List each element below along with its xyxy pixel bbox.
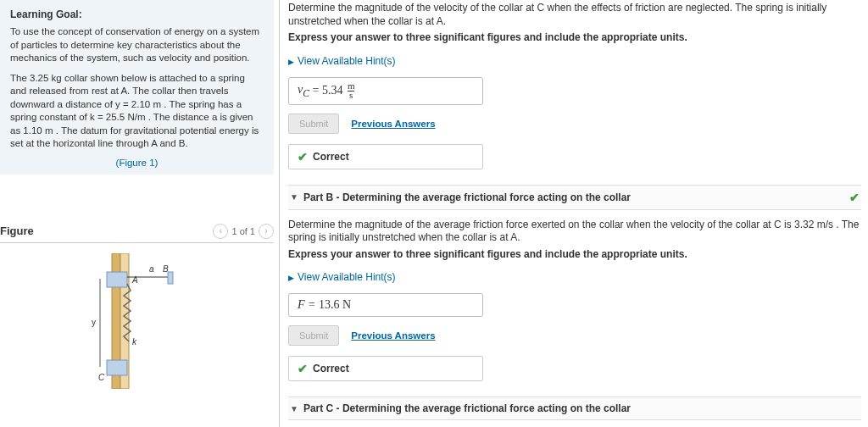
part-a-unit: ms [348, 82, 355, 100]
svg-rect-5 [107, 360, 127, 375]
part-a-value: 5.34 [322, 83, 343, 96]
right-column: Determine the magnitude of the velocity … [280, 0, 868, 427]
part-a-hint-link[interactable]: View Available Hint(s) [288, 55, 396, 67]
part-b-value: 13.6 N [319, 298, 351, 311]
part-a-instr: Express your answer to three significant… [288, 31, 861, 45]
svg-text:k: k [132, 337, 137, 347]
part-b-hint-link[interactable]: View Available Hint(s) [288, 271, 396, 283]
learning-goal-p1: To use the concept of conservation of en… [10, 25, 264, 65]
part-a-submit-button[interactable]: Submit [288, 114, 339, 134]
svg-text:B: B [163, 264, 169, 274]
pager-next-icon[interactable]: › [259, 224, 274, 239]
figure-bar: Figure ‹ 1 of 1 › [0, 217, 274, 243]
figure-pager: ‹ 1 of 1 › [213, 224, 274, 239]
svg-rect-4 [168, 272, 173, 284]
figure-label: Figure [0, 225, 34, 237]
part-a-button-row: Submit Previous Answers [288, 114, 861, 134]
part-b-question: Determine the magnitude of the average f… [288, 219, 861, 245]
part-a-prev-answers-link[interactable]: Previous Answers [351, 119, 435, 129]
part-a-correct-text: Correct [313, 151, 349, 163]
caret-down-icon: ▼ [290, 192, 298, 202]
check-icon: ✔ [298, 150, 308, 164]
learning-goal-panel: Learning Goal: To use the concept of con… [0, 0, 274, 175]
part-a-answer-box: vC = 5.34 ms [288, 77, 483, 105]
pager-prev-icon[interactable]: ‹ [213, 224, 228, 239]
part-b-button-row: Submit Previous Answers [288, 325, 861, 346]
check-icon: ✔ [298, 362, 308, 375]
part-b-title: Part B - Determining the average frictio… [303, 191, 631, 203]
part-c-title: Part C - Determining the average frictio… [303, 402, 631, 414]
svg-text:y: y [92, 318, 96, 327]
part-b-var: F = [298, 298, 316, 311]
part-a-question: Determine the magnitude of the velocity … [288, 2, 861, 28]
learning-goal-heading: Learning Goal: [10, 8, 264, 20]
part-b-correct-text: Correct [313, 363, 349, 374]
pager-text: 1 of 1 [231, 226, 255, 236]
left-column: Learning Goal: To use the concept of con… [0, 0, 280, 427]
part-a-correct-box: ✔ Correct [288, 144, 483, 169]
part-b-answer-box: F = 13.6 N [288, 293, 483, 317]
part-b-submit-button[interactable]: Submit [288, 325, 339, 346]
part-c-header[interactable]: ▼ Part C - Determining the average frict… [288, 396, 861, 420]
part-a-var: vC [298, 83, 309, 96]
app-root: Learning Goal: To use the concept of con… [0, 0, 868, 427]
check-icon: ✔ [849, 191, 860, 204]
learning-goal-p2: The 3.25 kg collar shown below is attach… [10, 72, 264, 151]
diagram-svg: y A B a k C [78, 253, 197, 389]
part-b-correct-box: ✔ Correct [288, 356, 483, 381]
svg-rect-2 [107, 272, 127, 287]
caret-down-icon: ▼ [290, 404, 298, 413]
part-b-header[interactable]: ▼ Part B - Determining the average frict… [288, 185, 861, 210]
figure-link[interactable]: (Figure 1) [10, 158, 264, 168]
eq-sign: = [313, 83, 322, 96]
part-b-instr: Express your answer to three significant… [288, 248, 861, 262]
svg-text:a: a [149, 264, 154, 274]
svg-text:A: A [131, 275, 138, 285]
part-b-prev-answers-link[interactable]: Previous Answers [351, 330, 435, 341]
svg-text:C: C [98, 373, 105, 382]
figure-image: y A B a k C [0, 243, 274, 389]
